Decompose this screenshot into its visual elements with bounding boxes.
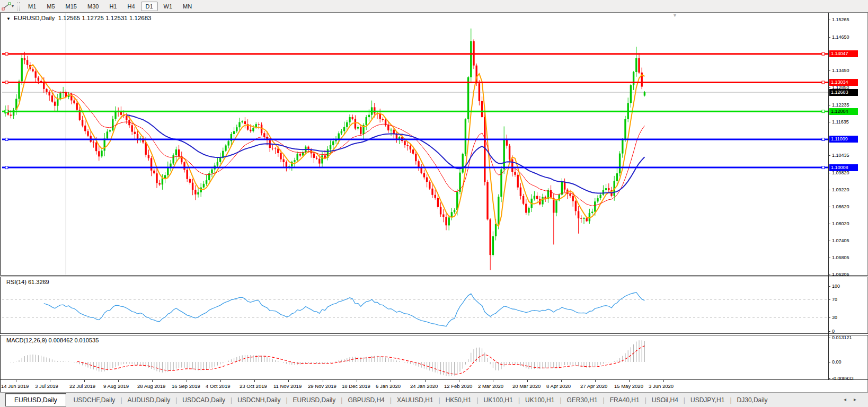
macd-tick xyxy=(828,378,830,379)
date-label: 24 Jan 2020 xyxy=(410,383,438,389)
timeframe-buttons: M1M5M15M30H1H4D1W1MN xyxy=(23,2,197,11)
date-label: 11 Nov 2019 xyxy=(273,383,302,389)
price-tick-label: 1.11635 xyxy=(832,119,849,125)
level-price-label: 1.12004 xyxy=(829,108,858,115)
trading-terminal-window: ▾ M1M5M15M30H1H4D1W1MN ▼EURUSD,Daily 1.1… xyxy=(0,0,868,407)
price-tick xyxy=(828,20,830,20)
level-price-label: 1.14047 xyxy=(829,50,858,57)
date-label: 27 Apr 2020 xyxy=(580,383,607,389)
price-tick-label: 1.10435 xyxy=(832,153,849,158)
timeframe-button-m1[interactable]: M1 xyxy=(23,2,41,11)
tab-scroll-right-icon[interactable]: ▸ xyxy=(854,396,864,402)
macd-label: MACD(12,26,9) 0.008462 0.010535 xyxy=(6,337,99,343)
price-tick xyxy=(828,173,830,173)
date-tick xyxy=(288,380,289,382)
symbol-tab-uk100-h1[interactable]: UK100,H1 xyxy=(479,394,518,406)
symbol-tab-usdchf-daily[interactable]: USDCHF,Daily xyxy=(68,394,121,406)
timeframe-button-m5[interactable]: M5 xyxy=(42,2,59,11)
level-price-label: 1.11009 xyxy=(829,136,858,143)
date-label: 18 Dec 2019 xyxy=(342,383,370,389)
macd-tick-label: 0.00 xyxy=(832,359,842,365)
rsi-tick-label: 70 xyxy=(832,297,837,302)
bid-price-label: 1.12683 xyxy=(829,89,858,96)
panel-separator-macd[interactable] xyxy=(0,333,868,335)
symbol-tab-xauusd-h1[interactable]: XAUUSD,H1 xyxy=(392,394,439,406)
rsi-tick-label: 30 xyxy=(832,315,837,320)
symbol-tab-hk50-h1[interactable]: HK50,H1 xyxy=(440,394,477,406)
date-label: 4 Oct 2019 xyxy=(206,383,230,389)
timeframe-button-h1[interactable]: H1 xyxy=(104,2,121,11)
time-axis-line xyxy=(0,379,868,380)
rsi-chart-canvas[interactable] xyxy=(1,276,828,333)
chart-shift-marker[interactable]: ▼ xyxy=(672,13,677,18)
rsi-label: RSI(14) 61.3269 xyxy=(6,279,49,285)
timeframe-button-d1[interactable]: D1 xyxy=(141,2,158,11)
price-tick-label: 1.08020 xyxy=(832,221,849,226)
symbol-tab-eurusd-daily[interactable]: EURUSD,Daily xyxy=(5,393,66,406)
date-label: 3 Jun 2020 xyxy=(649,383,674,389)
price-tick xyxy=(828,37,830,38)
macd-tick-label: -0.008933 xyxy=(832,376,854,381)
date-label: 22 Jul 2019 xyxy=(69,383,95,389)
price-tick xyxy=(828,207,830,207)
price-tick-label: 1.06805 xyxy=(832,255,849,260)
level-price-label: 1.10008 xyxy=(829,164,858,171)
rsi-tick xyxy=(828,331,830,332)
tab-scroll-left-icon[interactable]: ◂ xyxy=(844,396,854,402)
dropdown-arrow-icon[interactable]: ▾ xyxy=(12,4,14,8)
symbol-tab-usdcnh-daily[interactable]: USDCNH,Daily xyxy=(232,394,286,406)
symbol-tab-usoil-h4[interactable]: USOil,H4 xyxy=(646,394,684,406)
price-tick-label: 1.14650 xyxy=(832,34,849,40)
symbol-tab-dj30-daily[interactable]: DJ30,Daily xyxy=(732,394,773,406)
date-tick xyxy=(459,380,459,382)
date-label: 3 Jul 2019 xyxy=(35,383,58,389)
timeframe-button-m30[interactable]: M30 xyxy=(83,2,103,11)
date-label: 14 Jun 2019 xyxy=(1,383,29,389)
rsi-name: RSI(14) xyxy=(6,279,26,285)
symbol-tab-gbpusd-h4[interactable]: GBPUSD,H4 xyxy=(342,394,389,406)
price-tick-label: 1.15265 xyxy=(832,17,849,22)
symbol-tab-ger30-h1[interactable]: GER30,H1 xyxy=(562,394,603,406)
toolbar-grip[interactable] xyxy=(17,2,20,11)
symbol-tab-bar: EURUSD,DailyUSDCHF,Daily|AUDUSD,Daily|US… xyxy=(0,392,868,407)
drawing-tool-icon[interactable] xyxy=(2,2,11,11)
macd-chart-canvas[interactable] xyxy=(1,335,828,379)
date-tick xyxy=(84,380,85,382)
timeframe-button-w1[interactable]: W1 xyxy=(159,2,178,11)
date-label: 2 Mar 2020 xyxy=(478,383,503,389)
rsi-tick-label: 0 xyxy=(832,329,835,334)
symbol-tab-usdcad-daily[interactable]: USDCAD,Daily xyxy=(177,394,231,406)
rsi-tick xyxy=(828,317,830,318)
timeframe-button-m15[interactable]: M15 xyxy=(61,2,82,11)
price-tick xyxy=(828,241,830,241)
date-label: 16 Sep 2019 xyxy=(172,383,200,389)
level-price-label: 1.13034 xyxy=(829,79,858,86)
price-chart-canvas[interactable] xyxy=(1,13,828,275)
date-tick xyxy=(16,380,16,382)
price-tick xyxy=(828,275,830,275)
symbol-tab-fra40-h1[interactable]: FRA40,H1 xyxy=(605,394,645,406)
price-tick xyxy=(828,70,830,71)
price-tick xyxy=(828,224,830,224)
timeframe-button-h4[interactable]: H4 xyxy=(122,2,139,11)
date-tick xyxy=(493,380,493,382)
symbol-tab-usdjpy-h1[interactable]: USDJPY,H1 xyxy=(685,394,730,406)
panel-separator-rsi[interactable] xyxy=(0,275,868,277)
symbol-tab-audusd-daily[interactable]: AUDUSD,Daily xyxy=(122,394,176,406)
date-tick xyxy=(391,380,391,382)
chart-ohlc-values: 1.12565 1.12725 1.12531 1.12683 xyxy=(58,15,152,21)
timeframe-button-mn[interactable]: MN xyxy=(178,2,197,11)
date-label: 20 Mar 2020 xyxy=(512,383,541,389)
date-label: 9 Aug 2019 xyxy=(103,383,129,389)
price-tick xyxy=(828,258,830,258)
rsi-tick xyxy=(828,286,830,287)
tab-scroll-arrows[interactable]: ◂▸ xyxy=(844,396,864,402)
date-tick xyxy=(629,380,630,382)
symbol-tab-eurusd-daily[interactable]: EURUSD,Daily xyxy=(288,394,341,406)
date-label: 23 Oct 2019 xyxy=(240,383,267,389)
symbol-tab-uk100-h1[interactable]: UK100,H1 xyxy=(520,394,560,406)
date-tick xyxy=(152,380,153,382)
date-tick xyxy=(357,380,357,382)
collapse-arrow-icon[interactable]: ▼ xyxy=(6,16,11,21)
rsi-value: 61.3269 xyxy=(28,279,49,285)
